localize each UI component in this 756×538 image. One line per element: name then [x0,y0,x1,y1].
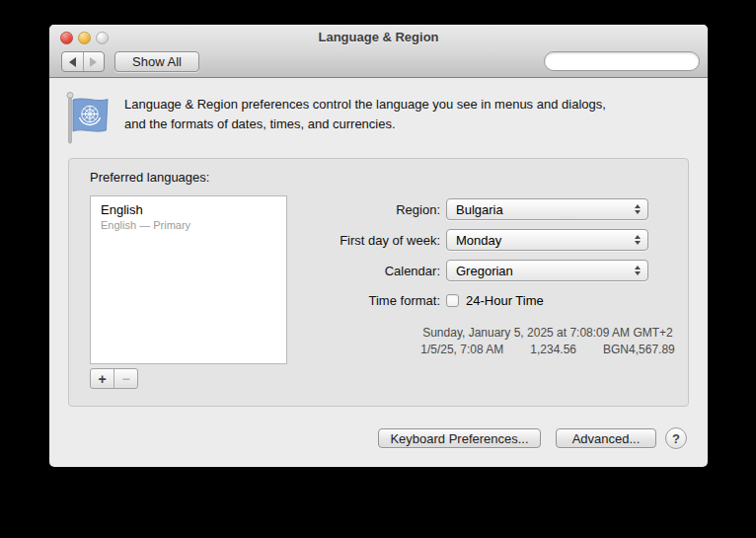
help-button[interactable]: ? [665,427,687,449]
formats-preview: 1/5/25, 7:08 AM1,234.56BGN4,567.89 [375,343,708,356]
currency-preview: BGN4,567.89 [603,343,675,356]
region-popup[interactable]: Bulgaria [446,198,648,220]
add-language-button[interactable]: + [91,369,113,388]
time-format-checkbox-label: 24-Hour Time [466,293,544,308]
popup-arrows-icon [628,266,647,275]
first-day-label: First day of week: [282,233,446,248]
region-value: Bulgaria [447,202,628,217]
time-format-row: Time format: 24-Hour Time [282,292,544,308]
number-preview: 1,234.56 [530,343,576,356]
history-nav [61,51,105,72]
calendar-row: Calendar: Gregorian [282,260,648,281]
time-format-label: Time format: [282,293,446,308]
advanced-button[interactable]: Advanced... [556,428,656,448]
remove-language-button[interactable]: − [113,369,137,388]
preferred-languages-label: Preferred languages: [90,170,209,185]
search-field[interactable] [544,51,700,71]
region-label: Region: [282,202,446,217]
date-time-preview: Sunday, January 5, 2025 at 7:08:09 AM GM… [375,326,708,340]
time-format-checkbox[interactable] [446,294,459,307]
language-name: English [101,202,286,217]
language-detail: English — Primary [101,219,286,231]
description-line-1: Language & Region preferences control th… [124,95,677,115]
keyboard-preferences-button[interactable]: Keyboard Preferences... [378,428,541,448]
preferred-languages-list[interactable]: English English — Primary [90,195,287,364]
back-icon [69,57,76,67]
first-day-row: First day of week: Monday [282,229,648,251]
popup-arrows-icon [628,235,647,245]
un-flag-icon [65,91,113,146]
back-button[interactable] [62,52,83,71]
list-item[interactable]: English English — Primary [91,196,286,231]
help-icon: ? [672,431,680,446]
calendar-popup[interactable]: Gregorian [446,260,648,281]
title-toolbar: Language & Region Show All [49,25,708,78]
first-day-value: Monday [447,233,628,248]
show-all-button[interactable]: Show All [114,51,199,72]
preferences-description: Language & Region preferences control th… [124,95,677,134]
minus-icon: − [121,371,129,387]
first-day-popup[interactable]: Monday [446,229,648,251]
plus-icon: + [98,371,106,387]
calendar-label: Calendar: [282,264,446,278]
settings-groupbox: Preferred languages: English English — P… [68,158,689,407]
forward-button[interactable] [83,52,105,71]
description-line-2: and the formats of dates, times, and cur… [124,115,677,134]
region-row: Region: Bulgaria [282,198,648,220]
popup-arrows-icon [628,204,647,214]
preferences-window: Language & Region Show All [49,25,708,467]
calendar-value: Gregorian [447,264,628,278]
window-title: Language & Region [49,30,708,44]
forward-icon [90,57,97,67]
language-stepper: + − [90,368,138,389]
short-date-preview: 1/5/25, 7:08 AM [420,343,503,356]
search-input[interactable] [551,54,708,68]
